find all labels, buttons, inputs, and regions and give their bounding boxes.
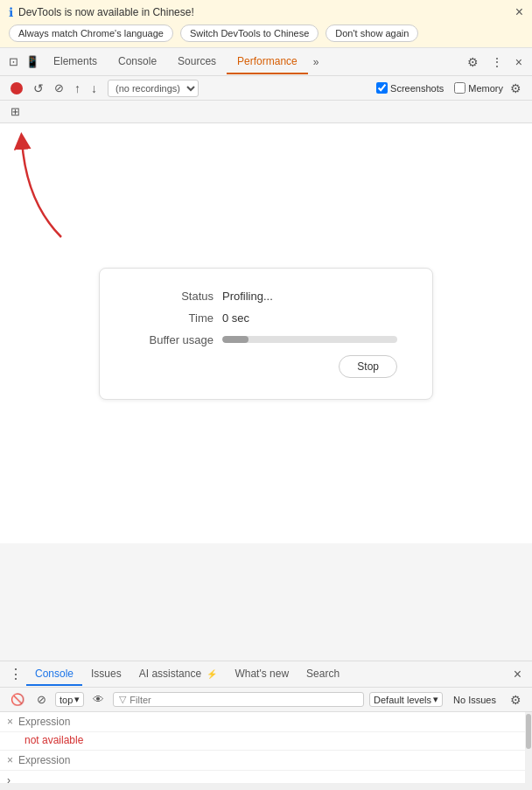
levels-dropdown-icon: ▾ [433, 694, 438, 705]
console-menu-button[interactable]: ⋮ [5, 664, 26, 684]
console-tab-issues[interactable]: Issues [82, 663, 130, 686]
dropdown-icon: ▾ [74, 694, 80, 705]
expression-row-2: × [0, 751, 532, 771]
download-button[interactable]: ↓ [88, 80, 101, 97]
eye-button[interactable]: 👁 [89, 691, 108, 708]
buffer-bar-fill [222, 336, 248, 343]
info-icon: ℹ [9, 5, 13, 19]
horizontal-scrollbar[interactable] [0, 783, 525, 790]
devtools-inspect-icon[interactable]: ⊡ [5, 53, 22, 70]
arrow-svg [9, 132, 79, 246]
buffer-label: Buffer usage [135, 333, 214, 346]
tab-elements[interactable]: Elements [43, 50, 108, 74]
console-tab-ai[interactable]: AI assistance ⚡ [130, 663, 227, 686]
record-icon [10, 82, 23, 94]
console-tab-search[interactable]: Search [298, 663, 348, 686]
console-toolbar: 🚫 ⊘ top ▾ 👁 ▽ Default levels ▾ No Issues… [0, 688, 532, 712]
console-settings-button[interactable]: ⚙ [507, 691, 525, 709]
reload-record-button[interactable]: ↺ [30, 80, 47, 97]
console-content: × not available × › [0, 712, 532, 790]
screenshots-checkbox[interactable] [376, 82, 388, 94]
block-icon-button[interactable]: ⊘ [33, 691, 50, 708]
devtools-device-icon[interactable]: 📱 [22, 53, 43, 70]
clear-button[interactable]: ⊘ [51, 80, 67, 96]
time-value: 0 sec [222, 311, 249, 325]
profiling-card: Status Profiling... Time 0 sec Buffer us… [99, 268, 433, 400]
top-context-select[interactable]: top ▾ [55, 692, 84, 707]
dont-show-button[interactable]: Don't show again [326, 24, 418, 42]
tab-sources[interactable]: Sources [167, 50, 227, 74]
clear-recordings-button[interactable]: ⊞ [7, 103, 24, 120]
screenshots-label[interactable]: Screenshots [376, 82, 444, 94]
more-options-button[interactable]: ⋮ [486, 52, 508, 72]
expression-input-2[interactable] [18, 754, 525, 766]
buffer-bar [222, 336, 397, 343]
memory-checkbox[interactable] [454, 82, 466, 94]
tab-overflow-button[interactable]: » [308, 52, 325, 72]
always-match-button[interactable]: Always match Chrome's language [9, 24, 173, 42]
levels-select[interactable]: Default levels ▾ [369, 692, 443, 707]
ai-icon: ⚡ [206, 669, 217, 679]
notification-buttons: Always match Chrome's language Switch De… [9, 24, 523, 42]
clear-console-button[interactable]: 🚫 [7, 691, 28, 708]
expression-close-2[interactable]: × [7, 754, 13, 766]
expression-row-1: × [0, 712, 532, 732]
scrollbar-thumb [526, 714, 531, 749]
notification-bar: ℹ DevTools is now available in Chinese! … [0, 0, 532, 48]
status-label: Status [135, 290, 214, 303]
filter-area[interactable]: ▽ [113, 692, 364, 707]
memory-label[interactable]: Memory [454, 82, 503, 94]
record-button[interactable] [7, 80, 26, 96]
status-row: Status Profiling... [135, 290, 397, 303]
no-issues-badge: No Issues [448, 694, 501, 706]
expression-value-1: not available [0, 732, 532, 751]
arrow-annotation [9, 132, 79, 248]
vertical-scrollbar[interactable] [525, 712, 532, 790]
console-tab-whatsnew[interactable]: What's new [226, 663, 298, 686]
filter-icon: ▽ [119, 694, 126, 705]
notification-title: ℹ DevTools is now available in Chinese! [9, 5, 523, 19]
performance-main-area: Status Profiling... Time 0 sec Buffer us… [0, 123, 532, 543]
status-value: Profiling... [222, 290, 273, 303]
expression-input-1[interactable] [18, 716, 525, 728]
bottom-panel: ⋮ Console Issues AI assistance ⚡ What's … [0, 661, 532, 790]
settings-button[interactable]: ⚙ [463, 52, 483, 72]
filter-input[interactable] [130, 695, 358, 705]
time-row: Time 0 sec [135, 311, 397, 325]
buffer-row: Buffer usage [135, 333, 397, 346]
stop-button[interactable]: Stop [339, 355, 397, 378]
performance-toolbar: ↺ ⊘ ↑ ↓ (no recordings) Screenshots Memo… [0, 76, 532, 101]
tab-console[interactable]: Console [108, 50, 167, 74]
console-close-button[interactable]: × [508, 665, 527, 684]
recordings-select[interactable]: (no recordings) [108, 80, 199, 97]
tab-performance[interactable]: Performance [227, 50, 308, 74]
notification-close-button[interactable]: × [515, 5, 523, 19]
switch-devtools-button[interactable]: Switch DevTools to Chinese [180, 24, 318, 42]
upload-button[interactable]: ↑ [71, 80, 84, 97]
notification-text: DevTools is now available in Chinese! [18, 6, 194, 18]
perf-toolbar2: ⊞ [0, 101, 532, 123]
console-tab-console[interactable]: Console [26, 663, 82, 686]
expression-close-1[interactable]: × [7, 716, 13, 728]
devtools-tab-bar: ⊡ 📱 Elements Console Sources Performance… [0, 48, 532, 76]
time-label: Time [135, 311, 214, 325]
perf-settings-button[interactable]: ⚙ [507, 80, 525, 97]
console-tab-bar: ⋮ Console Issues AI assistance ⚡ What's … [0, 661, 532, 688]
close-devtools-button[interactable]: × [511, 52, 527, 72]
